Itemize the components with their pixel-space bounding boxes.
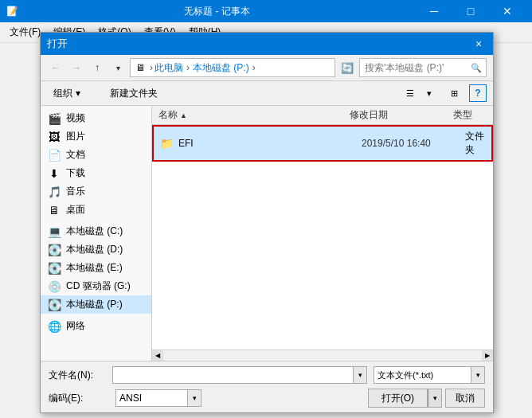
help-btn[interactable]: ?: [469, 84, 487, 102]
open-button[interactable]: 打开(O): [368, 389, 428, 408]
file-area: 名称 ▲ 修改日期 类型 📁 EFI 2019/5/10 16:40 文件夹: [152, 106, 493, 361]
dialog-titlebar: 打开 ×: [41, 33, 493, 55]
notepad-controls: ─ □ ✕: [416, 0, 526, 22]
notepad-title: 无标题 - 记事本: [184, 5, 250, 18]
breadcrumb-separator0: ›: [150, 62, 153, 73]
drive-p-icon: 💽: [47, 299, 61, 311]
folder-icon: 📁: [160, 137, 174, 150]
sort-arrow-icon: ▲: [180, 111, 187, 119]
dialog-close-btn[interactable]: ×: [471, 36, 487, 52]
sidebar-item-e[interactable]: 💽 本地磁盘 (E:): [41, 259, 151, 277]
forward-btn[interactable]: →: [68, 59, 85, 76]
sidebar-label-desktop: 桌面: [66, 203, 85, 217]
sidebar-item-documents[interactable]: 📄 文档: [41, 146, 151, 164]
view-buttons: ☰ ▾ ⊞: [401, 84, 463, 102]
search-input[interactable]: [359, 58, 487, 77]
view-list-btn[interactable]: ☰: [401, 84, 419, 102]
network-icon: 🌐: [47, 320, 61, 333]
dialog-title: 打开: [47, 37, 68, 51]
downloads-icon: ⬇: [47, 167, 61, 180]
encoding-row: 编码(E): ANSI ▾ 打开(O) ▾ 取消: [49, 389, 485, 408]
dialog-toolbar: ← → ↑ ▾ 🖥 › 此电脑 › 本地磁盘 (P:) › 🔄 🔍: [41, 55, 493, 81]
sidebar-item-music[interactable]: 🎵 音乐: [41, 182, 151, 201]
filetype-combo: 文本文件(*.txt) ▾: [374, 366, 485, 384]
sidebar-item-video[interactable]: 🎬 视频: [41, 109, 151, 127]
sidebar-item-network[interactable]: 🌐 网络: [41, 317, 151, 335]
bottom-buttons: 打开(O) ▾ 取消: [368, 389, 485, 408]
open-dropdown-btn[interactable]: ▾: [428, 389, 442, 408]
notepad-maximize-btn[interactable]: □: [452, 0, 489, 22]
sidebar-item-downloads[interactable]: ⬇ 下载: [41, 164, 151, 182]
breadcrumb-separator2: ›: [252, 62, 256, 73]
action-bar: 组织 ▾ 新建文件夹 ☰ ▾ ⊞ ?: [41, 81, 493, 106]
filetype-input: 文本文件(*.txt): [374, 366, 471, 384]
filename-dropdown-btn[interactable]: ▾: [353, 366, 367, 384]
sidebar-label-e: 本地磁盘 (E:): [66, 261, 123, 275]
encoding-combo: ANSI ▾: [115, 389, 201, 407]
open-file-dialog: 打开 × ← → ↑ ▾ 🖥 › 此电脑 › 本地磁盘 (P:) › 🔄 🔍 组…: [40, 32, 494, 413]
h-scroll-track: [163, 350, 482, 361]
sidebar-label-network: 网络: [66, 319, 85, 333]
encoding-value: ANSI: [115, 389, 187, 407]
notepad-titlebar: 📝 无标题 - 记事本 ─ □ ✕: [0, 0, 532, 22]
back-btn[interactable]: ←: [47, 59, 65, 76]
dialog-main: 🎬 视频 🖼 图片 📄 文档 ⬇ 下载 🎵 音乐 🖥 桌面: [41, 106, 493, 361]
cancel-button[interactable]: 取消: [445, 389, 485, 408]
open-button-label: 打开(O): [381, 392, 414, 405]
file-type-efi: 文件夹: [465, 130, 485, 157]
drive-c-icon: 💻: [47, 225, 61, 238]
notepad-close-btn[interactable]: ✕: [489, 0, 526, 22]
filetype-dropdown-btn[interactable]: ▾: [471, 366, 485, 384]
file-modified-efi: 2019/5/10 16:40: [362, 138, 465, 149]
organize-btn[interactable]: 组织 ▾: [47, 85, 87, 102]
h-scroll-right-btn[interactable]: ▶: [482, 350, 493, 361]
filename-combo: ▾: [112, 366, 367, 384]
file-list-body[interactable]: 📁 EFI 2019/5/10 16:40 文件夹: [152, 125, 493, 350]
notepad-minimize-btn[interactable]: ─: [416, 0, 452, 22]
filename-label: 文件名(N):: [49, 369, 112, 382]
h-scroll-left-btn[interactable]: ◀: [152, 350, 163, 361]
sidebar: 🎬 视频 🖼 图片 📄 文档 ⬇ 下载 🎵 音乐 🖥 桌面: [41, 106, 152, 361]
sidebar-label-music: 音乐: [66, 185, 85, 198]
sidebar-item-c[interactable]: 💻 本地磁盘 (C:): [41, 222, 151, 240]
dialog-bottom: 文件名(N): ▾ 文本文件(*.txt) ▾ 编码(E): ANSI ▾: [41, 361, 493, 412]
col-header-type[interactable]: 类型: [453, 108, 487, 122]
breadcrumb-computer-icon: 🖥: [135, 62, 145, 73]
h-scrollbar[interactable]: ◀ ▶: [152, 350, 493, 361]
sidebar-item-g[interactable]: 💿 CD 驱动器 (G:): [41, 277, 151, 295]
drive-d-icon: 💽: [47, 244, 61, 256]
sidebar-item-desktop[interactable]: 🖥 桌面: [41, 201, 151, 219]
drive-g-icon: 💿: [47, 280, 61, 293]
up-btn[interactable]: ↑: [88, 59, 106, 76]
sidebar-label-g: CD 驱动器 (G:): [66, 279, 131, 293]
sidebar-label-d: 本地磁盘 (D:): [66, 243, 123, 256]
sidebar-item-d[interactable]: 💽 本地磁盘 (D:): [41, 240, 151, 259]
search-btn[interactable]: 🔍: [469, 61, 483, 75]
encoding-label: 编码(E):: [49, 392, 112, 405]
refresh-btn[interactable]: 🔄: [338, 59, 356, 76]
sidebar-label-video: 视频: [66, 111, 85, 125]
breadcrumb-drive[interactable]: 本地磁盘 (P:): [193, 61, 249, 75]
view-dropdown-btn[interactable]: ▾: [421, 84, 438, 102]
file-list-header: 名称 ▲ 修改日期 类型: [152, 106, 493, 125]
filename-row: 文件名(N): ▾ 文本文件(*.txt) ▾: [49, 366, 485, 384]
sidebar-label-documents: 文档: [66, 148, 85, 162]
filename-input[interactable]: [112, 366, 353, 384]
sidebar-label-downloads: 下载: [66, 166, 85, 180]
file-row-efi[interactable]: 📁 EFI 2019/5/10 16:40 文件夹: [152, 125, 493, 162]
new-folder-btn[interactable]: 新建文件夹: [104, 85, 164, 102]
recent-locations-btn[interactable]: ▾: [109, 59, 127, 76]
sidebar-item-p[interactable]: 💽 本地磁盘 (P:): [41, 295, 151, 314]
organize-label: 组织: [53, 87, 72, 100]
sidebar-label-pictures: 图片: [66, 130, 85, 143]
encoding-dropdown-btn[interactable]: ▾: [187, 389, 201, 407]
sidebar-item-pictures[interactable]: 🖼 图片: [41, 127, 151, 146]
col-header-modified[interactable]: 修改日期: [350, 108, 453, 122]
view-details-btn[interactable]: ⊞: [445, 84, 463, 102]
col-header-name[interactable]: 名称 ▲: [158, 108, 350, 122]
breadcrumb-computer[interactable]: 此电脑: [155, 61, 183, 75]
breadcrumb-separator1: ›: [186, 62, 190, 73]
encoding-left: 编码(E): ANSI ▾: [49, 389, 201, 407]
pictures-icon: 🖼: [47, 131, 61, 143]
file-name-efi: EFI: [178, 138, 362, 149]
